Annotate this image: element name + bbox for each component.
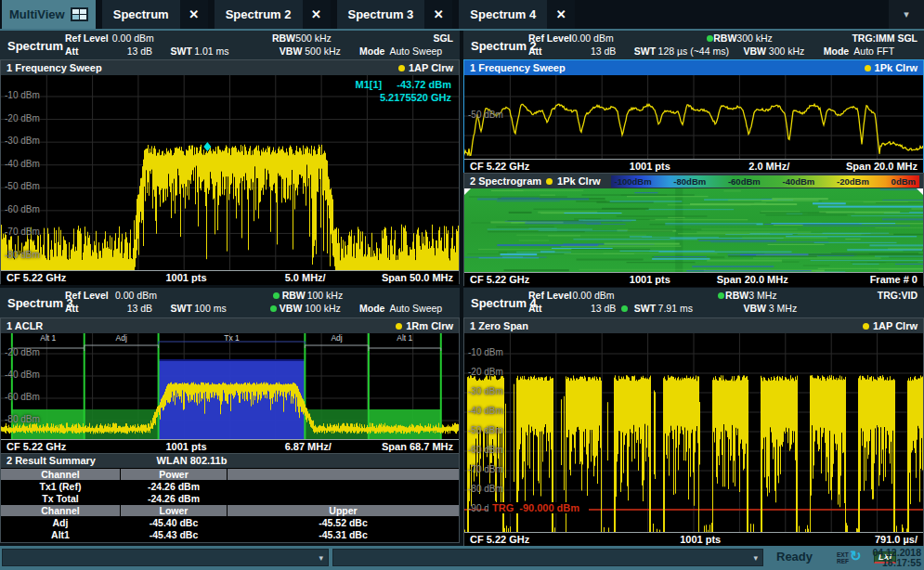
trace-label: 1AP Clrw [409,62,453,73]
result-cell: Tx1 (Ref) [1,481,120,492]
window-title-bar[interactable]: 2 Spectrogram 1Pk Clrw -100dBm-80dBm-60d… [464,174,923,188]
window-frequency-sweep-1[interactable]: 1 Frequency Sweep 1AP Clrw M1[1]-43.72 d… [0,59,460,284]
trace-label: 1Pk Clrw [875,62,917,73]
tab-spectrum[interactable]: Spectrum ✕ [102,0,208,29]
ref-level-label: Ref Level [65,32,109,44]
plot-footer: CF 5.22 GHz 1001 pts 791.0 µs/ [464,532,923,547]
analyzer-screen: MultiView Spectrum ✕ Spectrum 2 ✕ Spectr… [0,0,924,570]
result-cell: Tx Total [1,493,120,504]
chevron-down-icon: ▾ [319,553,323,563]
rbw-value: 500 kHz [295,32,343,44]
span-value: Span 68.7 MHz [382,441,453,452]
status-message-panel[interactable]: ▾ [2,549,329,566]
result-cell: -45.52 dBc [228,517,459,528]
multiview-grid-icon [71,7,88,21]
tab-spectrum-4[interactable]: Spectrum 4 ✕ [459,0,575,29]
result-summary-title-bar: 2 Result Summary WLAN 802.11b [1,454,459,468]
spectrogram-color-scale: -100dBm-80dBm-60dBm-40dBm-20dBm0dBm [611,175,920,188]
window-spectrogram[interactable]: 2 Spectrogram 1Pk Clrw -100dBm-80dBm-60d… [463,173,924,286]
window-title-bar[interactable]: 1 Frequency Sweep 1Pk Clrw [464,60,923,75]
result-cell: -45.40 dBc [121,517,227,528]
tab-spectrum-2[interactable]: Spectrum 2 ✕ [215,0,331,29]
trigger-level-label: TRG-90.000 dBm [488,502,589,513]
coupled-indicator-dot [718,292,724,299]
spectrogram-scale-label: -80dBm [673,176,706,187]
trace-color-dot [396,323,402,330]
spectrogram-scale-label: -60dBm [728,176,761,187]
close-icon[interactable]: ✕ [303,0,331,29]
trace-label: 1AP Clrw [873,320,917,331]
channel-name: Spectrum [7,38,63,52]
result-row: Tx1 (Ref)-24.26 dBm [1,481,459,492]
status-time: 16:17:55 [872,558,921,568]
tab-overflow-dropdown[interactable]: ▾ [889,0,924,29]
window-title: 1 Frequency Sweep [7,62,102,73]
window-title: 1 Zero Span [470,320,528,331]
span-value: Span 50.0 MHz [382,272,453,283]
result-row: Adj-45.40 dBc-45.52 dBc [1,517,459,528]
result-cell [228,493,459,504]
window-frequency-sweep-2[interactable]: 1 Frequency Sweep 1Pk Clrw -50 dBm CF 5.… [463,59,924,173]
swt-value: 1.01 ms [194,45,270,57]
channel-header-spectrum-4[interactable]: Spectrum 4 Ref Level 0.00 dBm RBW 3 MHz … [463,288,924,317]
channel-header-spectrum-3[interactable]: Spectrum 3 Ref Level 0.00 dBm RBW 100 kH… [0,288,460,317]
marker-readout: M1[1]-43.72 dBm 5.2175520 GHz [356,78,451,104]
standard-label: WLAN 802.11b [157,455,228,466]
trace-canvas [464,188,923,272]
plot-footer: CF 5.22 GHz 1001 pts 2.0 MHz/ Span 20.0 … [464,159,923,174]
trace-canvas [1,75,459,270]
zero-span-plot[interactable]: TRG-90.000 dBm -10 dBm-20 dBm-30 dBm-40 … [464,333,923,532]
result-cell [228,481,459,492]
window-zero-span[interactable]: 1 Zero Span 1AP Clrw TRG-90.000 dBm -10 … [463,317,924,546]
channel-name: Spectrum 3 [7,296,73,310]
per-division: 5.0 MHz/ [285,272,326,283]
center-frequency: CF 5.22 GHz [7,441,66,452]
coupled-indicator-dot [270,305,277,312]
window-result-summary[interactable]: 2 Result Summary WLAN 802.11b ChannelPow… [0,453,460,543]
channel-name: Spectrum 4 [471,296,537,310]
spectrum-plot-2[interactable]: -50 dBm [464,75,923,159]
center-frequency: CF 5.22 GHz [470,274,529,285]
status-message-panel-2[interactable]: ▾ [332,549,763,566]
plot-footer: CF 5.22 GHz 1001 pts 6.87 MHz/ Span 68.7… [1,439,459,454]
span-value: Span 20.0 MHz [846,161,917,172]
att-value: 13 dB [103,45,158,57]
frame-number: Frame # 0 [870,274,917,285]
aclr-plot[interactable]: -20 dBm-40 dBm-60 dBm-80 dBmAlt 1AdjTx 1… [1,333,459,439]
span-value: Span 20.0 MHz [717,274,788,285]
vbw-value: 500 kHz [305,45,356,57]
trace-canvas [464,75,923,159]
window-title-bar[interactable]: 1 Zero Span 1AP Clrw [464,318,923,333]
result-header-cell: Upper [228,505,459,516]
result-header-row: ChannelPower [1,469,459,480]
result-cell: -45.31 dBc [228,529,459,540]
mode-value: Auto Sweep [390,45,453,57]
window-aclr[interactable]: 1 ACLR 1Rm Clrw -20 dBm-40 dBm-60 dBm-80… [0,317,460,453]
rbw-label: RBW [272,32,295,44]
window-title-bar[interactable]: 1 ACLR 1Rm Clrw [1,318,459,333]
close-icon[interactable]: ✕ [424,0,452,29]
trace-color-dot [865,65,871,71]
close-icon[interactable]: ✕ [180,0,208,29]
channel-header-spectrum-2[interactable]: Spectrum 2 Ref Level 0.00 dBm RBW 300 kH… [463,31,924,59]
sweep-points: 1001 pts [630,161,670,172]
sweep-points: 1001 pts [165,441,206,452]
ref-level-value: 0.00 dBm [109,32,160,44]
sweep-points: 1001 pts [630,274,670,285]
per-division: 6.87 MHz/ [285,441,332,452]
spectrogram-plot[interactable] [464,188,923,272]
window-title-bar[interactable]: 1 Frequency Sweep 1AP Clrw [1,60,459,75]
spectrogram-scale-label: -100dBm [615,176,652,187]
tab-multiview[interactable]: MultiView [2,0,96,29]
chevron-down-icon: ▾ [904,8,909,20]
result-header-row: ChannelLowerUpper [1,505,459,516]
per-division: 2.0 MHz/ [748,161,789,172]
result-row: Tx Total-24.26 dBm [1,493,459,504]
corner-marker-icon [464,188,471,195]
plot-footer: CF 5.22 GHz 1001 pts Span 20.0 MHz Frame… [464,272,923,287]
spectrum-plot-1[interactable]: M1[1]-43.72 dBm 5.2175520 GHz -10 dBm-20… [1,75,459,270]
channel-header-spectrum[interactable]: Spectrum Ref Level 0.00 dBm RBW 500 kHz … [0,31,460,59]
close-icon[interactable]: ✕ [547,0,575,29]
spectrogram-scale-label: -20dBm [837,176,869,187]
tab-spectrum-3[interactable]: Spectrum 3 ✕ [337,0,453,29]
